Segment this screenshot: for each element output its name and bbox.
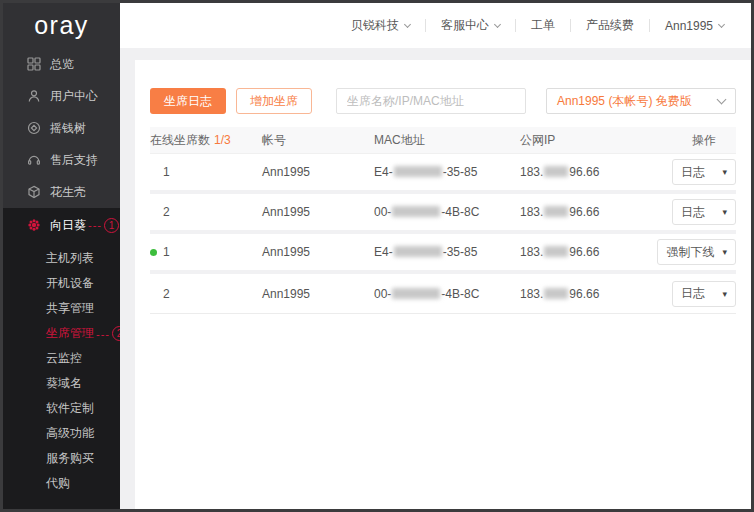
app-window: oray 总览 用户中心 bbox=[0, 0, 754, 512]
seat-management-card: 坐席日志 增加坐席 Ann1995 (本帐号) 免费版 在线坐席数1/3 帐号 bbox=[135, 60, 751, 509]
redacted-ip-segment bbox=[544, 206, 568, 217]
submenu-item-software-custom[interactable]: 软件定制 bbox=[3, 396, 120, 421]
submenu-label: 共享管理 bbox=[46, 300, 94, 317]
account-select-value: Ann1995 (本帐号) 免费版 bbox=[557, 93, 692, 110]
submenu-item-service-purchase[interactable]: 服务购买 bbox=[3, 446, 120, 471]
topbar-item-product-renewal[interactable]: 产品续费 bbox=[571, 17, 649, 34]
header-public-ip: 公网IP bbox=[520, 132, 655, 149]
seat-count-cell: 2 bbox=[150, 287, 262, 301]
seat-count: 2 bbox=[163, 287, 170, 301]
ip-cell: 183.96.66 bbox=[520, 205, 655, 219]
sunflower-icon bbox=[27, 218, 41, 232]
action-cell: 日志 ▾ bbox=[655, 159, 736, 185]
main-area: 贝锐科技 客服中心 工单 产品续费 Ann1995 bbox=[120, 3, 751, 509]
grid-icon bbox=[27, 57, 41, 71]
mac-prefix: 00- bbox=[374, 287, 391, 301]
sidebar-item-sunflower[interactable]: 向日葵 --- 1 bbox=[3, 208, 120, 242]
account-select[interactable]: Ann1995 (本帐号) 免费版 bbox=[546, 88, 736, 114]
topbar-label: Ann1995 bbox=[665, 19, 713, 33]
ip-suffix: 96.66 bbox=[569, 245, 599, 259]
log-dropdown-button[interactable]: 日志 ▾ bbox=[672, 281, 736, 307]
annotation-dashes: --- bbox=[88, 219, 102, 231]
mac-prefix: 00- bbox=[374, 205, 391, 219]
sidebar-item-user-center[interactable]: 用户中心 bbox=[3, 80, 120, 112]
user-icon bbox=[27, 89, 41, 103]
mac-suffix: -4B-8C bbox=[441, 287, 479, 301]
log-dropdown-button[interactable]: 日志 ▾ bbox=[672, 159, 736, 185]
account-cell: Ann1995 bbox=[262, 205, 374, 219]
sunflower-submenu: 主机列表 开机设备 共享管理 坐席管理 --- 2 云监控 葵域名 bbox=[3, 242, 120, 496]
annotation-number-1: 1 bbox=[104, 218, 119, 233]
action-label: 日志 bbox=[681, 285, 705, 302]
ip-prefix: 183. bbox=[520, 165, 543, 179]
submenu-item-cloud-monitor[interactable]: 云监控 bbox=[3, 346, 120, 371]
submenu-item-kui-domain[interactable]: 葵域名 bbox=[3, 371, 120, 396]
chevron-down-icon bbox=[717, 94, 727, 104]
topbar-label: 客服中心 bbox=[441, 17, 489, 34]
redacted-mac-segment bbox=[394, 166, 442, 177]
seat-count: 1 bbox=[163, 245, 170, 259]
sidebar-item-after-sales[interactable]: 售后支持 bbox=[3, 144, 120, 176]
submenu-label: 高级功能 bbox=[46, 425, 94, 442]
seat-count-cell: 1 bbox=[150, 245, 262, 259]
account-cell: Ann1995 bbox=[262, 287, 374, 301]
ip-cell: 183.96.66 bbox=[520, 245, 655, 259]
ip-prefix: 183. bbox=[520, 245, 543, 259]
topbar-item-work-order[interactable]: 工单 bbox=[516, 17, 570, 34]
submenu-item-share-management[interactable]: 共享管理 bbox=[3, 296, 120, 321]
submenu-item-advanced-features[interactable]: 高级功能 bbox=[3, 421, 120, 446]
sidebar-item-overview[interactable]: 总览 bbox=[3, 48, 120, 80]
sidebar-item-peanut-shell[interactable]: 花生壳 bbox=[3, 176, 120, 208]
submenu-label: 开机设备 bbox=[46, 275, 94, 292]
table-row: 2 Ann1995 00--4B-8C 183.96.66 日志 ▾ bbox=[150, 194, 736, 234]
action-label: 日志 bbox=[681, 164, 705, 181]
topbar-label: 贝锐科技 bbox=[351, 17, 399, 34]
chevron-down-icon bbox=[494, 20, 501, 27]
mac-suffix: -4B-8C bbox=[441, 205, 479, 219]
sidebar-item-label: 售后支持 bbox=[50, 152, 98, 169]
mac-prefix: E4- bbox=[374, 165, 393, 179]
header-mac: MAC地址 bbox=[374, 132, 520, 149]
submenu-item-seat-management[interactable]: 坐席管理 --- 2 bbox=[3, 321, 120, 346]
action-cell: 日志 ▾ bbox=[655, 199, 736, 225]
add-seat-button[interactable]: 增加坐席 bbox=[236, 88, 312, 114]
chevron-down-icon bbox=[404, 20, 411, 27]
topbar-item-oray-tech[interactable]: 贝锐科技 bbox=[336, 17, 425, 34]
online-status-dot bbox=[150, 249, 157, 256]
toolbar: 坐席日志 增加坐席 Ann1995 (本帐号) 免费版 bbox=[150, 88, 736, 114]
topbar-item-service-center[interactable]: 客服中心 bbox=[426, 17, 515, 34]
mac-cell: E4--35-85 bbox=[374, 245, 520, 259]
seat-log-button[interactable]: 坐席日志 bbox=[150, 88, 226, 114]
force-offline-dropdown-button[interactable]: 强制下线 ▾ bbox=[657, 239, 736, 265]
oray-logo[interactable]: oray bbox=[3, 3, 120, 48]
header-online-seats: 在线坐席数1/3 bbox=[150, 132, 262, 149]
topbar-item-account-menu[interactable]: Ann1995 bbox=[650, 19, 739, 33]
submenu-item-boot-device[interactable]: 开机设备 bbox=[3, 271, 120, 296]
account-cell: Ann1995 bbox=[262, 245, 374, 259]
submenu-label: 代购 bbox=[46, 475, 70, 492]
sidebar-item-label: 摇钱树 bbox=[50, 120, 86, 137]
sidebar: oray 总览 用户中心 bbox=[3, 3, 120, 509]
submenu-item-host-list[interactable]: 主机列表 bbox=[3, 246, 120, 271]
caret-down-icon: ▾ bbox=[722, 167, 727, 177]
ip-suffix: 96.66 bbox=[569, 205, 599, 219]
ip-suffix: 96.66 bbox=[569, 165, 599, 179]
submenu-item-purchasing[interactable]: 代购 bbox=[3, 471, 120, 496]
headset-icon bbox=[27, 153, 41, 167]
mac-prefix: E4- bbox=[374, 245, 393, 259]
account-cell: Ann1995 bbox=[262, 165, 374, 179]
table-row: 1 Ann1995 E4--35-85 183.96.66 日志 ▾ bbox=[150, 154, 736, 194]
seat-count: 2 bbox=[163, 205, 170, 219]
ip-prefix: 183. bbox=[520, 205, 543, 219]
redacted-ip-segment bbox=[544, 166, 568, 177]
seats-table: 在线坐席数1/3 帐号 MAC地址 公网IP 操作 1 Ann1995 bbox=[150, 127, 736, 314]
search-input[interactable] bbox=[336, 88, 526, 114]
submenu-label: 服务购买 bbox=[46, 450, 94, 467]
redacted-mac-segment bbox=[392, 206, 440, 217]
log-dropdown-button[interactable]: 日志 ▾ bbox=[672, 199, 736, 225]
mac-cell: E4--35-85 bbox=[374, 165, 520, 179]
seat-count-cell: 2 bbox=[150, 205, 262, 219]
ip-prefix: 183. bbox=[520, 287, 543, 301]
sidebar-item-label: 用户中心 bbox=[50, 88, 98, 105]
sidebar-item-money-tree[interactable]: 摇钱树 bbox=[3, 112, 120, 144]
